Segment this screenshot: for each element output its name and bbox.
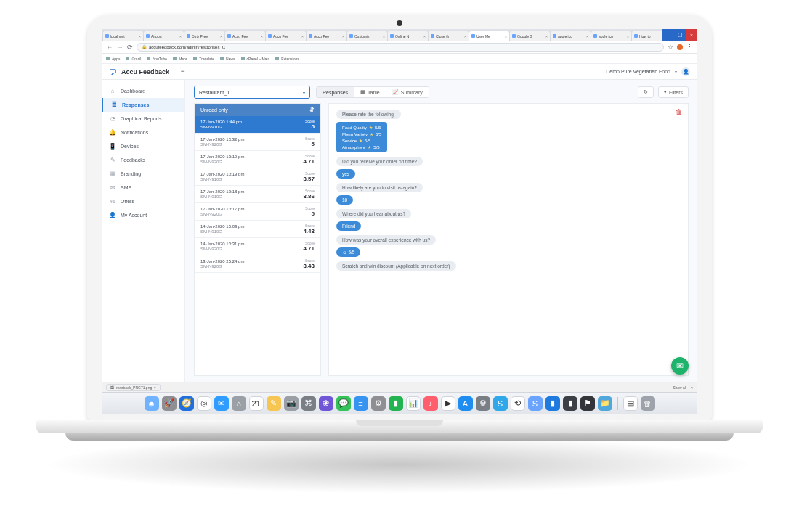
delete-icon[interactable]: 🗑 bbox=[676, 108, 682, 115]
dock-app-icon[interactable]: ✎ bbox=[267, 396, 281, 411]
window-maximize-button[interactable]: ▢ bbox=[674, 29, 686, 41]
show-all-link[interactable]: Show all bbox=[673, 385, 686, 390]
response-row[interactable]: 17-Jan-2020 13:18 pmSM-N910GScore3.86 bbox=[195, 186, 320, 203]
dock-app-icon[interactable]: 📊 bbox=[406, 396, 421, 411]
close-icon[interactable]: × bbox=[464, 34, 466, 38]
close-icon[interactable]: × bbox=[423, 34, 426, 38]
dock-app-icon[interactable]: 21 bbox=[249, 396, 264, 411]
nav-reload-icon[interactable]: ⟳ bbox=[126, 44, 134, 51]
dock-app-icon[interactable]: ⚙ bbox=[476, 396, 490, 411]
dock-app-icon[interactable]: ▮ bbox=[545, 396, 560, 411]
bookmark-item[interactable]: Extensions bbox=[275, 57, 299, 61]
dock-app-icon[interactable]: 🗑 bbox=[641, 396, 655, 411]
response-row[interactable]: 13-Jan-2020 25:24 pmSM-N920GScore3.43 bbox=[195, 255, 320, 273]
browser-tab[interactable]: Google S× bbox=[510, 31, 550, 41]
window-close-button[interactable]: × bbox=[686, 29, 697, 41]
tab-responses[interactable]: Responses bbox=[317, 87, 354, 97]
sidebar-item-offers[interactable]: %Offers bbox=[102, 195, 184, 208]
browser-tab[interactable]: Duty Free× bbox=[184, 31, 224, 41]
dock-app-icon[interactable]: ⌂ bbox=[232, 396, 246, 411]
compose-fab[interactable]: ✉ bbox=[671, 357, 689, 375]
bookmark-item[interactable]: cPanel – Main bbox=[241, 57, 270, 61]
dock-app-icon[interactable]: S bbox=[493, 396, 508, 411]
filter-toggle-icon[interactable]: ⇵ bbox=[309, 107, 315, 113]
close-icon[interactable]: × bbox=[691, 385, 693, 390]
refresh-button[interactable]: ↻ bbox=[638, 86, 654, 98]
browser-tab[interactable]: Accu Fee× bbox=[266, 31, 306, 41]
address-field[interactable]: 🔒 accufeedback.com/admin/responses_C bbox=[137, 43, 664, 52]
close-icon[interactable]: × bbox=[301, 34, 304, 38]
tenant-display[interactable]: Demo Pure Vegetarian Food ▾ 👤 bbox=[606, 67, 690, 76]
nav-forward-icon[interactable]: → bbox=[116, 44, 123, 51]
sidebar-item-notifications[interactable]: 🔔Notifications bbox=[102, 126, 184, 139]
dock-app-icon[interactable]: ▶ bbox=[441, 396, 455, 411]
dock-app-icon[interactable]: ⚑ bbox=[580, 396, 595, 411]
browser-tab[interactable]: apple ico× bbox=[591, 31, 631, 41]
browser-tab[interactable]: Close th× bbox=[429, 31, 469, 41]
sidebar-item-graphical-reports[interactable]: ◔Graphical Reports bbox=[102, 112, 184, 126]
window-minimize-button[interactable]: – bbox=[662, 29, 674, 41]
dock-app-icon[interactable]: ♪ bbox=[423, 396, 438, 411]
dock-app-icon[interactable]: ⟲ bbox=[511, 396, 525, 411]
avatar[interactable]: 👤 bbox=[681, 67, 690, 76]
extension-icon[interactable] bbox=[677, 44, 683, 50]
close-icon[interactable]: × bbox=[383, 34, 385, 38]
close-icon[interactable]: × bbox=[545, 34, 548, 38]
dock-app-icon[interactable]: ≡ bbox=[354, 396, 368, 411]
close-icon[interactable]: × bbox=[220, 34, 222, 38]
sidebar-item-devices[interactable]: 📱Devices bbox=[102, 139, 184, 153]
close-icon[interactable]: × bbox=[586, 34, 588, 38]
dock-app-icon[interactable]: A bbox=[458, 396, 473, 411]
sidebar-toggle-icon[interactable]: ≡ bbox=[181, 67, 185, 75]
filters-button[interactable]: ▾Filters bbox=[658, 86, 689, 98]
dock-app-icon[interactable]: 🧭 bbox=[179, 396, 194, 411]
branch-select[interactable]: Restaurant_1 ▾ bbox=[194, 86, 310, 99]
sidebar-item-feedbacks[interactable]: ✎Feedbacks bbox=[102, 153, 184, 167]
browser-tab[interactable]: Accu Fee× bbox=[225, 31, 265, 41]
browser-tab[interactable]: Online N× bbox=[388, 31, 428, 41]
dock-app-icon[interactable]: 📁 bbox=[598, 396, 612, 411]
dock-app-icon[interactable]: ❀ bbox=[319, 396, 333, 411]
bookmark-item[interactable]: Apps bbox=[106, 57, 120, 61]
dock-app-icon[interactable]: 📷 bbox=[284, 396, 299, 411]
dock-app-icon[interactable]: ☻ bbox=[145, 396, 159, 411]
browser-menu-icon[interactable]: ⋮ bbox=[686, 44, 693, 51]
bookmark-item[interactable]: YouTube bbox=[147, 57, 167, 61]
bookmark-item[interactable]: Translate bbox=[193, 57, 214, 61]
dock-app-icon[interactable]: ⌘ bbox=[301, 396, 316, 411]
close-icon[interactable]: × bbox=[261, 34, 263, 38]
response-row[interactable]: 14-Jan-2020 13:31 pmSM-N920GScore4.71 bbox=[195, 238, 320, 255]
sidebar-item-branding[interactable]: ▦Branding bbox=[102, 167, 184, 181]
browser-tab[interactable]: Customiz× bbox=[347, 31, 387, 41]
bookmark-item[interactable]: News bbox=[220, 57, 235, 61]
download-file-chip[interactable]: 🖼 macbook_PNG71.png ▾ bbox=[106, 384, 161, 391]
response-row[interactable]: 17-Jan-2020 13:19 pmSM-N910GScore3.57 bbox=[195, 168, 320, 186]
browser-tab[interactable]: localhost× bbox=[103, 31, 143, 41]
browser-tab[interactable]: Accu Fee× bbox=[307, 31, 346, 41]
dock-app-icon[interactable]: 💬 bbox=[336, 396, 351, 411]
response-row[interactable]: 17-Jan-2020 13:32 pmSM-N920GScore5 bbox=[195, 134, 320, 151]
sidebar-item-sms[interactable]: ✉SMS bbox=[102, 181, 184, 195]
response-row[interactable]: 17-Jan-2020 1:44 pmSM-N910GScore5 bbox=[195, 116, 320, 134]
response-row[interactable]: 14-Jan-2020 15:03 pmSM-N910GScore4.43 bbox=[195, 221, 320, 238]
browser-tab[interactable]: apple ico× bbox=[551, 31, 591, 41]
close-icon[interactable]: × bbox=[505, 34, 507, 38]
close-icon[interactable]: × bbox=[179, 34, 182, 38]
dock-app-icon[interactable]: S bbox=[528, 396, 543, 411]
close-icon[interactable]: × bbox=[139, 34, 141, 38]
close-icon[interactable]: × bbox=[627, 34, 629, 38]
bookmark-item[interactable]: Gmail bbox=[126, 57, 141, 61]
browser-tab[interactable]: Airport× bbox=[144, 31, 184, 41]
browser-tab[interactable]: User Me× bbox=[469, 31, 509, 41]
sidebar-item-responses[interactable]: ≣Responses bbox=[102, 98, 184, 112]
list-header[interactable]: Unread only ⇵ bbox=[195, 104, 320, 116]
dock-app-icon[interactable]: 🚀 bbox=[162, 396, 177, 411]
dock-app-icon[interactable]: ◎ bbox=[197, 396, 211, 411]
dock-app-icon[interactable]: ✉ bbox=[214, 396, 229, 411]
sidebar-item-my-account[interactable]: 👤My Account bbox=[102, 208, 184, 222]
nav-back-icon[interactable]: ← bbox=[106, 44, 113, 51]
dock-app-icon[interactable]: ▮ bbox=[563, 396, 577, 411]
dock-app-icon[interactable]: ▤ bbox=[623, 396, 638, 411]
response-row[interactable]: 17-Jan-2020 13:17 pmSM-N920GScore5 bbox=[195, 203, 320, 221]
tab-table[interactable]: ▦Table bbox=[354, 87, 386, 97]
